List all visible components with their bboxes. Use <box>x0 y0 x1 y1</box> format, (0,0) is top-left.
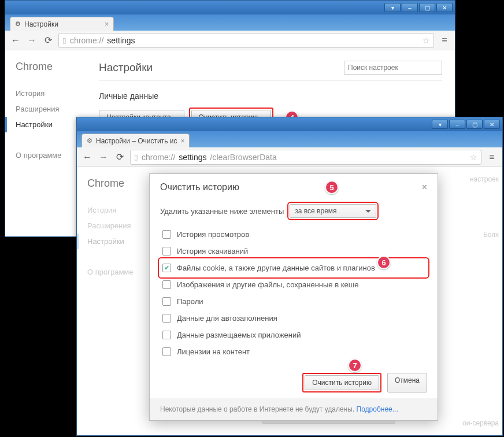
checkbox-row[interactable]: Данные для автозаполнения <box>160 310 427 327</box>
note-text: Некоторые данные о работе в Интернете не… <box>160 405 357 413</box>
checkbox-label: Данные размещаемых приложений <box>177 331 301 339</box>
menu-button[interactable]: ≡ <box>439 35 450 46</box>
url-path: /clearBrowserData <box>210 153 277 162</box>
tabstrip: ⚙ Настройки – Очистить ис × <box>77 131 502 147</box>
checkbox-label: Изображения и другие файлы, сохраненные … <box>177 280 358 289</box>
maximize-button[interactable]: ▢ <box>419 3 435 12</box>
sidebar-item-history[interactable]: История <box>16 86 86 101</box>
dim-partial-1: Боях <box>483 231 499 239</box>
menu-button[interactable]: ≡ <box>486 151 498 163</box>
callout-6: 6 <box>377 255 391 269</box>
maximize-button[interactable]: ▢ <box>466 120 483 129</box>
chevron-down-icon <box>365 210 371 213</box>
checkbox[interactable] <box>162 297 171 306</box>
tab-clear-data[interactable]: ⚙ Настройки – Очистить ис × <box>81 134 190 147</box>
toolbar: ← → ⟳ ▯ chrome://settings ☆ ≡ <box>5 31 455 50</box>
checkbox-label: Лицензии на контент <box>177 347 250 356</box>
dim-search-suffix: настроек <box>470 175 499 183</box>
checkbox-label: Файлы cookie, а также другие данные сайт… <box>177 264 375 272</box>
checkbox[interactable] <box>162 247 171 255</box>
tab-close-icon[interactable]: × <box>180 137 184 145</box>
sidebar-item-about[interactable]: О программе <box>16 147 86 163</box>
checkbox-label: Пароли <box>177 297 203 306</box>
dim-partial-2: ои-сервера <box>462 419 499 427</box>
tab-title: Настройки <box>24 20 58 28</box>
callout-5: 5 <box>325 180 339 194</box>
checkbox-checked[interactable]: ✔ <box>162 264 171 272</box>
address-bar[interactable]: ▯ chrome://settings ☆ <box>58 33 434 48</box>
tabstrip: ⚙ Настройки × <box>5 14 455 31</box>
checkbox[interactable] <box>162 314 171 323</box>
forward-button[interactable]: → <box>26 35 38 46</box>
time-range-value: за все время <box>295 207 336 215</box>
checkbox-row[interactable]: Изображения и другие файлы, сохраненные … <box>160 276 427 293</box>
user-icon[interactable]: ▾ <box>384 3 401 12</box>
sidebar: Chrome История Расширения Настройки О пр… <box>5 50 86 223</box>
window1-titlebar: ▾ – ▢ ✕ <box>5 1 455 14</box>
cancel-button[interactable]: Отмена <box>387 373 427 392</box>
dialog-close-icon[interactable]: × <box>422 182 427 192</box>
gear-icon: ⚙ <box>15 20 21 28</box>
reload-button[interactable]: ⟳ <box>114 151 125 163</box>
checkbox-row[interactable]: Данные размещаемых приложений <box>160 327 427 343</box>
back-button[interactable]: ← <box>10 35 21 46</box>
search-settings-input[interactable] <box>344 61 442 75</box>
bookmark-star-icon[interactable]: ☆ <box>423 36 430 45</box>
checkbox[interactable] <box>162 331 171 339</box>
minimize-button[interactable]: – <box>402 3 418 12</box>
page-title: Настройки <box>99 61 153 74</box>
sidebar-item-about: О программе <box>87 264 158 280</box>
close-button[interactable]: ✕ <box>484 120 500 129</box>
page-icon: ▯ <box>62 36 66 45</box>
checkbox-label: История скачиваний <box>177 247 248 255</box>
brand: Chrome <box>16 61 86 73</box>
sidebar-item-settings[interactable]: Настройки <box>5 117 86 132</box>
dialog-title: Очистить историю <box>160 182 239 192</box>
url-host: settings <box>179 153 206 162</box>
checkbox-label: История просмотров <box>177 230 249 239</box>
url-prefix: chrome:// <box>142 153 175 162</box>
checkbox[interactable] <box>162 280 171 289</box>
sidebar-item-settings: Настройки <box>77 234 158 249</box>
sidebar-item-history: История <box>87 202 158 218</box>
user-icon[interactable]: ▾ <box>432 120 448 129</box>
address-bar[interactable]: ▯ chrome://settings/clearBrowserData ☆ <box>130 150 481 165</box>
dialog-footer-note: Некоторые данные о работе в Интернете не… <box>150 398 438 420</box>
gear-icon: ⚙ <box>87 137 92 145</box>
minimize-button[interactable]: – <box>449 120 465 129</box>
toolbar: ← → ⟳ ▯ chrome://settings/clearBrowserDa… <box>77 147 502 167</box>
page-icon: ▯ <box>134 153 138 161</box>
checkbox-row[interactable]: История просмотров <box>160 226 427 243</box>
sidebar-item-extensions: Расширения <box>87 218 158 234</box>
reload-button[interactable]: ⟳ <box>42 35 54 46</box>
close-button[interactable]: ✕ <box>436 3 453 12</box>
checkbox[interactable] <box>162 347 171 356</box>
section-personal-data: Личные данные <box>99 91 442 101</box>
tab-close-icon[interactable]: × <box>105 20 109 28</box>
tab-settings[interactable]: ⚙ Настройки × <box>10 17 114 31</box>
tab-title: Настройки – Очистить ис <box>96 137 177 145</box>
checkbox-row[interactable]: Лицензии на контент <box>160 343 427 360</box>
forward-button[interactable]: → <box>98 151 109 163</box>
callout-7: 7 <box>348 358 362 372</box>
dialog-prompt: Удалить указанные ниже элементы <box>160 207 284 216</box>
learn-more-link[interactable]: Подробнее... <box>357 405 398 413</box>
url-host: settings <box>107 36 135 45</box>
clear-history-confirm-button[interactable]: Очистить историю <box>305 375 379 390</box>
checkbox-row[interactable]: Пароли <box>160 293 427 310</box>
brand: Chrome <box>87 177 158 190</box>
time-range-select[interactable]: за все время <box>290 204 376 218</box>
sidebar-dimmed: Chrome История Расширения Настройки О пр… <box>77 167 158 421</box>
checkbox[interactable] <box>162 230 171 239</box>
sidebar-item-extensions[interactable]: Расширения <box>16 101 86 117</box>
back-button[interactable]: ← <box>81 151 93 163</box>
url-prefix: chrome:// <box>70 36 103 45</box>
bookmark-star-icon[interactable]: ☆ <box>470 153 477 162</box>
window2-titlebar: ▾ – ▢ ✕ <box>77 117 502 131</box>
checkbox-label: Данные для автозаполнения <box>177 314 277 323</box>
